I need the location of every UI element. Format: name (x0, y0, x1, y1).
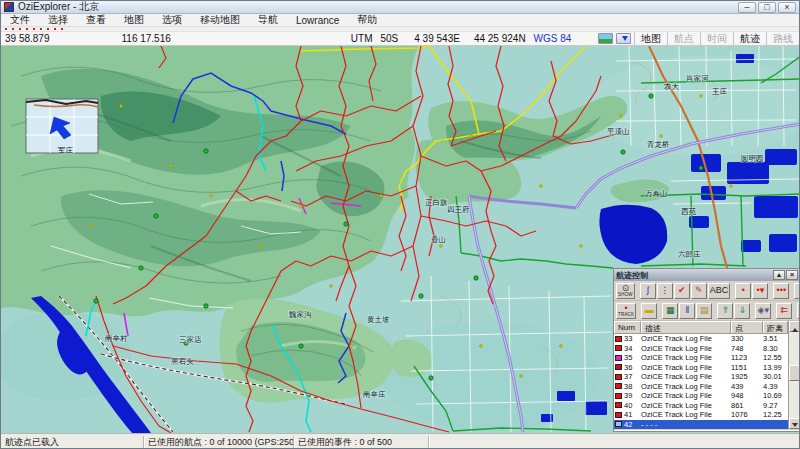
map-label: 黄土坡 (367, 315, 390, 324)
scroll-thumb[interactable] (789, 365, 800, 381)
track-arrow-menu-button[interactable]: ◈▾ (755, 303, 771, 319)
track-row-33[interactable]: 33OziCE Track Log File3303.51 (614, 334, 788, 344)
track-desc: OziCE Track Log File (641, 344, 731, 353)
map-label: 军庄 (58, 146, 74, 155)
track-logging-button[interactable]: •TRACK (616, 303, 636, 319)
move-track-down-button[interactable]: ⇓ (734, 303, 750, 319)
track-row-40[interactable]: 40OziCE Track Log File8619.27 (614, 401, 788, 411)
toggle-航迹[interactable]: 航迹 (733, 32, 766, 46)
map-label: 西苑 (681, 207, 697, 216)
track-panel-title-bar[interactable]: 航迹控制 ▴× (614, 269, 800, 281)
view-toggle-buttons: 地图航点时间航迹路线 (634, 32, 799, 45)
move-track-up-button[interactable]: ⇑ (717, 303, 733, 319)
grid-label: UTM (351, 33, 373, 44)
menu-item-查看[interactable]: 查看 (77, 13, 115, 27)
track-row-38[interactable]: 38OziCE Track Log File4394.39 (614, 382, 788, 392)
toggle-路线[interactable]: 路线 (766, 32, 799, 46)
column-header-距离[interactable]: 距离 (763, 321, 788, 333)
track-num: 41 (624, 410, 632, 419)
track-desc: OziCE Track Log File (641, 334, 731, 343)
track-point-spacing-button[interactable]: ⋮ (657, 283, 673, 299)
track-name-abc-button[interactable]: ABC (708, 283, 731, 299)
menu-item-文件[interactable]: 文件 (1, 13, 39, 27)
panel-rollup-button[interactable]: ▴ (773, 270, 785, 280)
track-row-37[interactable]: 37OziCE Track Log File192530.01 (614, 372, 788, 382)
map-label: 南辛庄 (362, 390, 386, 399)
coordinate-bar: 39 58.879 116 17.516 UTM 50S 4 39 543E 4… (1, 32, 799, 46)
show-speed-gauge-button[interactable]: ⊙SHOW (616, 283, 635, 299)
track-row-39[interactable]: 39OziCE Track Log File94810.69 (614, 391, 788, 401)
menu-item-Lowrance[interactable]: Lowrance (287, 15, 348, 26)
track-row-36[interactable]: 36OziCE Track Log File115113.99 (614, 363, 788, 373)
track-row-35[interactable]: 35OziCE Track Log File112312.55 (614, 353, 788, 363)
maximize-button[interactable]: □ (758, 2, 776, 13)
track-arrow-menu-button-icon: ◈▾ (758, 306, 769, 315)
track-draw-button[interactable]: ✎ (691, 283, 707, 299)
status-bar: 航迹点已载入已使用的航点 : 0 of 10000 (GPS:250)已使用的事… (1, 433, 799, 449)
menu-item-选择[interactable]: 选择 (39, 13, 77, 27)
save-track-button-icon: ▦ (666, 306, 675, 315)
help-button[interactable]: ? (794, 283, 800, 299)
status-section-1: 航迹点已载入 (1, 436, 144, 449)
column-header-描述[interactable]: 描述 (641, 321, 731, 333)
track-num: 36 (624, 363, 632, 372)
save-track-button[interactable]: ▦ (662, 303, 678, 319)
close-button[interactable]: × (778, 2, 796, 13)
toggle-地图[interactable]: 地图 (634, 32, 667, 46)
track-row-42[interactable]: 42- - - - (614, 420, 788, 430)
track-distance: 8.30 (763, 344, 787, 353)
track-row-41[interactable]: 41OziCE Track Log File107612.25 (614, 410, 788, 420)
track-check-button[interactable]: ✔ (674, 283, 690, 299)
waypoint-dot-button[interactable]: • (735, 283, 751, 299)
utm-zone: 50S (380, 33, 398, 44)
scroll-down-icon[interactable] (789, 418, 800, 429)
scroll-up-icon[interactable] (789, 321, 800, 332)
track-row-34[interactable]: 34OziCE Track Log File7488.30 (614, 344, 788, 354)
save-position-button[interactable] (616, 33, 631, 44)
map-label: 六郎庄 (678, 250, 701, 259)
track-desc: OziCE Track Log File (641, 372, 731, 381)
map-label: 青龙桥 (647, 140, 670, 149)
image-view-button[interactable] (598, 33, 613, 44)
merge-tracks-button[interactable]: ⇇ (776, 303, 792, 319)
track-points: 1076 (731, 410, 763, 419)
track-distance: 3.51 (763, 334, 787, 343)
track-num: 37 (624, 372, 632, 381)
menu-item-帮助[interactable]: 帮助 (348, 13, 386, 27)
utm-easting: 4 39 543E (414, 33, 460, 44)
track-color-swatch (615, 402, 622, 408)
overview-inset[interactable] (26, 99, 98, 153)
menu-item-导航[interactable]: 导航 (249, 13, 287, 27)
track-folder-button[interactable]: ▤ (696, 303, 712, 319)
menu-item-移动地图[interactable]: 移动地图 (191, 13, 249, 27)
track-color-swatch (615, 412, 622, 418)
track-distance: 30.01 (763, 372, 787, 381)
toolbar-grip[interactable] (1, 27, 799, 32)
track-desc: OziCE Track Log File (641, 363, 731, 372)
menu-item-地图[interactable]: 地图 (115, 13, 153, 27)
column-header-点[interactable]: 点 (731, 321, 763, 333)
dotted-track-button[interactable]: ••• (773, 283, 789, 299)
track-check-button-icon: ✔ (678, 286, 686, 295)
track-table-scrollbar[interactable] (788, 321, 800, 429)
panel-close-button[interactable]: × (786, 270, 798, 280)
pause-logging-button[interactable]: ‖ (679, 303, 695, 319)
move-track-down-button-icon: ⇓ (738, 306, 746, 315)
minimize-button[interactable]: – (738, 2, 756, 13)
track-ruler-button[interactable]: ▬ (641, 303, 657, 319)
toggle-航点[interactable]: 航点 (667, 32, 700, 46)
toggle-时间[interactable]: 时间 (700, 32, 733, 46)
menu-item-选项[interactable]: 选项 (153, 13, 191, 27)
track-desc: OziCE Track Log File (641, 401, 731, 410)
track-control-panel[interactable]: 航迹控制 ▴× ⊙SHOW∫⋮✔✎ABC••▾•••?↧ •TRACK▬▦‖▤⇑… (613, 268, 800, 432)
datum-label: WGS 84 (534, 33, 572, 44)
track-points: 1925 (731, 372, 763, 381)
status-section-2: 已使用的航点 : 0 of 10000 (GPS:250) (144, 436, 294, 449)
map-label: 平顶山 (607, 127, 630, 136)
column-header-Num[interactable]: Num (614, 321, 641, 333)
track-point-spacing-button-icon: ⋮ (660, 286, 669, 295)
track-desc: OziCE Track Log File (641, 353, 731, 362)
track-style-button[interactable]: ∫ (640, 283, 656, 299)
track-desc: OziCE Track Log File (641, 410, 731, 419)
waypoint-dot-menu-button[interactable]: •▾ (752, 283, 768, 299)
